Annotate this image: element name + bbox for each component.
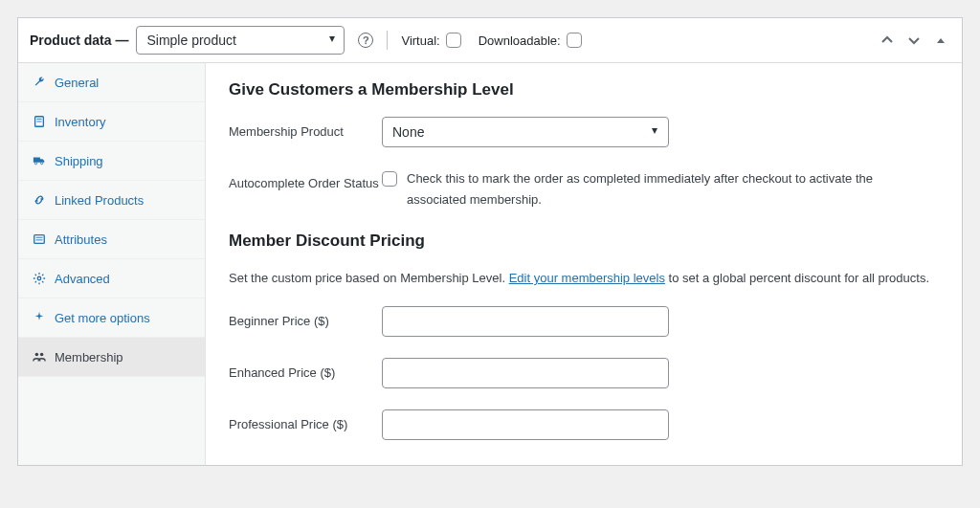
professional-price-input[interactable] (382, 409, 669, 440)
autocomplete-row: Autocomplete Order Status Check this to … (229, 168, 939, 210)
sidebar-item-label: Attributes (55, 232, 107, 247)
downloadable-option[interactable]: Downloadable: (479, 33, 582, 48)
price-label: Enhanced Price ($) (229, 358, 382, 383)
tab-general[interactable]: General (18, 63, 205, 102)
price-row-enhanced: Enhanced Price ($) (229, 358, 939, 388)
wrench-icon (32, 75, 47, 90)
section-discount-pricing-title: Member Discount Pricing (229, 232, 939, 251)
note-icon (32, 114, 47, 129)
price-row-beginner: Beginner Price ($) (229, 306, 939, 337)
section-membership-level-title: Give Customers a Membership Level (229, 80, 939, 99)
sparkle-icon (32, 310, 47, 325)
virtual-label: Virtual: (401, 33, 439, 48)
price-label: Professional Price ($) (229, 409, 382, 434)
downloadable-label: Downloadable: (479, 33, 561, 48)
virtual-option[interactable]: Virtual: (401, 33, 460, 48)
membership-product-label: Membership Product (229, 117, 382, 142)
pricing-description: Set the custom price based on Membership… (229, 268, 939, 289)
sidebar-item-label: Get more options (55, 311, 150, 325)
beginner-price-input[interactable] (382, 306, 669, 337)
panel-header: Product data — Simple product ? Virtual:… (18, 18, 962, 63)
collapse-button[interactable] (931, 31, 950, 50)
autocomplete-label: Autocomplete Order Status (229, 168, 382, 193)
svg-point-3 (34, 162, 36, 164)
list-icon (32, 232, 47, 247)
sidebar-item-label: Inventory (55, 115, 105, 129)
autocomplete-description: Check this to mark the order as complete… (407, 168, 918, 210)
chevron-up-icon (881, 34, 893, 46)
move-up-button[interactable] (878, 31, 897, 50)
link-icon (32, 192, 47, 208)
downloadable-checkbox[interactable] (567, 33, 582, 48)
enhanced-price-input[interactable] (382, 358, 669, 388)
virtual-checkbox[interactable] (446, 33, 461, 48)
edit-levels-link[interactable]: Edit your membership levels (509, 271, 665, 285)
product-data-tabs: General Inventory Shipping Linked Produc… (18, 63, 206, 465)
sidebar-item-label: Shipping (55, 154, 103, 168)
panel-title: Product data — (30, 33, 128, 48)
svg-point-10 (40, 353, 44, 357)
tab-shipping[interactable]: Shipping (18, 142, 205, 181)
triangle-up-icon (935, 34, 947, 46)
sidebar-item-label: General (55, 76, 99, 90)
tab-get-more-options[interactable]: Get more options (18, 298, 205, 338)
gear-icon (32, 271, 47, 286)
sidebar-item-label: Advanced (55, 272, 110, 286)
membership-tab-content: Give Customers a Membership Level Member… (206, 63, 962, 465)
sidebar-item-label: Membership (55, 350, 123, 364)
product-data-panel: Product data — Simple product ? Virtual:… (17, 17, 963, 466)
price-label: Beginner Price ($) (229, 306, 382, 331)
chevron-down-icon (908, 34, 920, 46)
move-down-button[interactable] (904, 31, 924, 50)
help-icon[interactable]: ? (358, 33, 373, 48)
tab-attributes[interactable]: Attributes (18, 220, 205, 259)
sidebar-item-label: Linked Products (55, 193, 144, 208)
separator (387, 31, 388, 50)
svg-rect-5 (34, 235, 45, 244)
tab-advanced[interactable]: Advanced (18, 259, 205, 298)
tab-membership[interactable]: Membership (18, 338, 205, 377)
tab-inventory[interactable]: Inventory (18, 102, 205, 142)
truck-icon (32, 153, 47, 168)
panel-body: General Inventory Shipping Linked Produc… (18, 63, 962, 465)
autocomplete-checkbox[interactable] (382, 171, 397, 187)
svg-point-8 (37, 276, 41, 280)
tab-linked-products[interactable]: Linked Products (18, 181, 205, 220)
membership-product-row: Membership Product None (229, 117, 939, 147)
price-row-professional: Professional Price ($) (229, 409, 939, 440)
membership-product-select[interactable]: None (382, 117, 669, 147)
svg-point-9 (35, 353, 39, 357)
group-icon (32, 349, 47, 364)
product-type-select[interactable]: Simple product (136, 26, 345, 55)
svg-point-4 (40, 162, 42, 164)
